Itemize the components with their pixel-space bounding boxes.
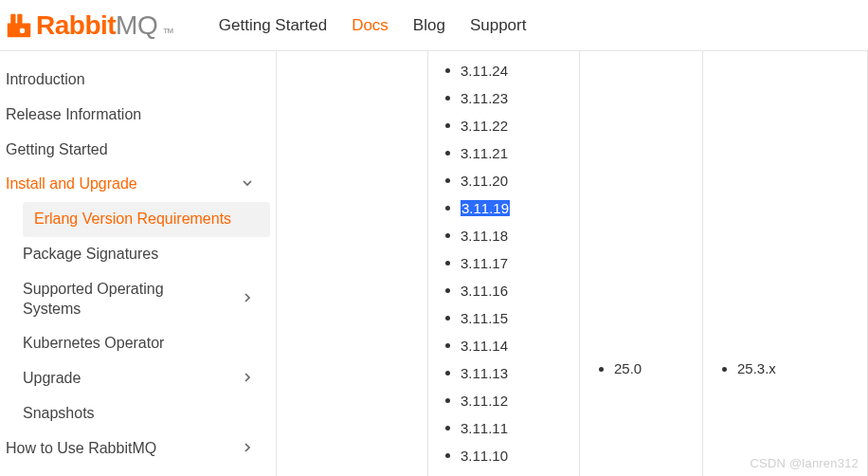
- max-erlang-value: 25.3.x: [737, 360, 776, 376]
- top-nav: Getting Started Docs Blog Support: [219, 16, 527, 35]
- logo-text-rabbit: Rabbit: [36, 10, 116, 40]
- logo-text-mq: MQ: [116, 10, 157, 40]
- table-col-rabbitmq-version: 3.11.243.11.233.11.223.11.213.11.203.11.…: [428, 51, 580, 476]
- version-item: 3.11.12: [445, 387, 579, 414]
- version-list: 3.11.243.11.233.11.223.11.213.11.203.11.…: [428, 57, 579, 469]
- sidebar-item-package-signatures[interactable]: Package Signatures: [17, 237, 276, 272]
- sidebar: Introduction Release Information Getting…: [0, 51, 277, 476]
- version-item: 3.11.22: [445, 112, 579, 139]
- highlighted-version: 3.11.19: [461, 200, 510, 216]
- sidebar-item-how-to-use[interactable]: How to Use RabbitMQ: [0, 431, 276, 467]
- sidebar-item-getting-started[interactable]: Getting Started: [0, 133, 276, 168]
- sidebar-item-introduction[interactable]: Introduction: [0, 63, 276, 98]
- nav-getting-started[interactable]: Getting Started: [219, 16, 327, 35]
- version-item: 3.11.23: [445, 84, 579, 112]
- logo[interactable]: RabbitMQ TM: [6, 10, 173, 41]
- min-erlang-value: 25.0: [614, 360, 642, 376]
- nav-blog[interactable]: Blog: [413, 16, 445, 35]
- sidebar-item-label: Snapshots: [23, 404, 95, 424]
- list-item: 25.3.x: [722, 360, 867, 376]
- main: Introduction Release Information Getting…: [0, 51, 868, 476]
- version-item: 3.11.19: [445, 194, 579, 222]
- version-item: 3.11.18: [445, 222, 579, 249]
- sidebar-item-label: How to Use RabbitMQ: [6, 439, 156, 459]
- sidebar-item-label: Kubernetes Operator: [23, 334, 164, 354]
- sidebar-item-label: Upgrade: [23, 369, 81, 389]
- logo-trademark: TM: [163, 27, 173, 35]
- version-item: 3.11.11: [445, 414, 579, 442]
- version-item: 3.11.20: [445, 167, 579, 194]
- sidebar-item-upgrade[interactable]: Upgrade: [17, 361, 276, 396]
- sidebar-item-label: Supported Operating Systems: [23, 280, 203, 320]
- table-col-max-erlang: 25.3.x: [703, 51, 868, 476]
- version-item: 3.11.21: [445, 139, 579, 167]
- list-item: 25.0: [599, 360, 702, 376]
- sidebar-item-label: Release Information: [6, 105, 141, 125]
- nav-support[interactable]: Support: [470, 16, 527, 35]
- sidebar-item-install-upgrade[interactable]: Install and Upgrade: [0, 167, 276, 202]
- rabbitmq-icon: [6, 12, 32, 39]
- table-col-spacer: [277, 51, 428, 476]
- version-item: 3.11.15: [445, 304, 579, 332]
- chevron-down-icon: [240, 175, 255, 193]
- watermark: CSDN @lanren312: [750, 456, 859, 470]
- version-item: 3.11.13: [445, 359, 579, 387]
- sidebar-item-label: Introduction: [6, 70, 85, 90]
- sidebar-item-kubernetes-operator[interactable]: Kubernetes Operator: [17, 326, 276, 361]
- chevron-right-icon: [240, 290, 255, 308]
- sidebar-item-release-info[interactable]: Release Information: [0, 98, 276, 133]
- sidebar-item-supported-os[interactable]: Supported Operating Systems: [17, 272, 276, 327]
- version-item: 3.11.24: [445, 57, 579, 84]
- sidebar-item-how-to-manage[interactable]: How to Manage RabbitMQ: [0, 467, 276, 476]
- sidebar-item-label: Install and Upgrade: [6, 174, 137, 194]
- version-item: 3.11.17: [445, 249, 579, 277]
- sidebar-submenu: Erlang Version Requirements Package Sign…: [0, 202, 276, 431]
- sidebar-item-erlang-requirements[interactable]: Erlang Version Requirements: [23, 202, 270, 237]
- sidebar-item-snapshots[interactable]: Snapshots: [17, 396, 276, 431]
- version-item: 3.11.14: [445, 332, 579, 359]
- sidebar-item-label: Getting Started: [6, 140, 108, 160]
- content-area: 3.11.243.11.233.11.223.11.213.11.203.11.…: [277, 51, 868, 476]
- header: RabbitMQ TM Getting Started Docs Blog Su…: [0, 0, 868, 51]
- version-item: 3.11.16: [445, 277, 579, 304]
- version-item: 3.11.10: [445, 442, 579, 469]
- sidebar-item-label: Erlang Version Requirements: [34, 210, 231, 229]
- chevron-right-icon: [240, 440, 255, 458]
- chevron-right-icon: [240, 370, 255, 388]
- nav-docs[interactable]: Docs: [352, 16, 389, 35]
- table-col-min-erlang: 25.0: [580, 51, 703, 476]
- sidebar-item-label: Package Signatures: [23, 245, 158, 265]
